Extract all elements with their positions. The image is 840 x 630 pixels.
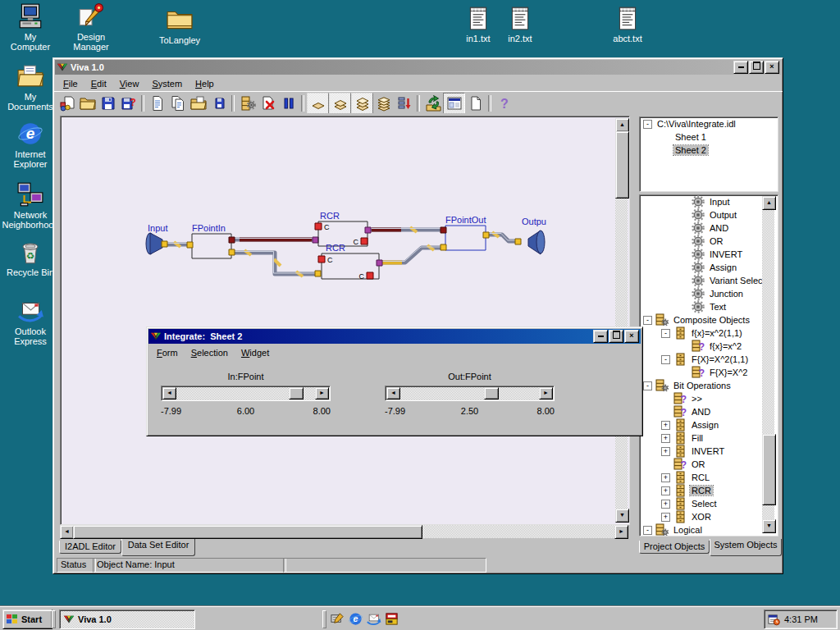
menu-view[interactable]: View [113, 77, 146, 90]
menu-form[interactable]: Form [150, 346, 185, 359]
tree-item-junction[interactable]: Junction [640, 287, 778, 300]
tree-item-label[interactable]: RCL [690, 472, 711, 482]
expand-toggle-icon[interactable]: - [643, 120, 652, 129]
expand-toggle-icon[interactable]: + [661, 434, 670, 443]
close-button[interactable]: × [624, 330, 639, 343]
tree-item-bit-operations[interactable]: -Bit Operations [640, 379, 778, 392]
tree-item-label[interactable]: OR [708, 236, 725, 246]
expand-toggle-icon[interactable]: - [661, 329, 670, 338]
tree-vertical-scrollbar[interactable]: ▲ ▼ [762, 196, 774, 533]
menu-help[interactable]: Help [189, 77, 221, 90]
compile-button[interactable] [237, 94, 258, 113]
tab-project-objects[interactable]: Project Objects [639, 541, 710, 554]
tree-item-label[interactable]: AND [690, 407, 712, 417]
canvas-vertical-scrollbar[interactable]: ▲ ▼ [615, 118, 628, 523]
expand-toggle-icon[interactable]: - [643, 316, 652, 325]
doc-plain-button[interactable] [465, 94, 486, 113]
tree-item-label[interactable]: AND [708, 223, 730, 233]
floppy-sm-button[interactable] [208, 94, 229, 113]
slider-left-button[interactable]: ◄ [162, 387, 176, 399]
desktop-icon-recycle-bin[interactable]: ♻ Recycle Bin [4, 238, 57, 277]
folder-doc-button[interactable] [188, 94, 208, 113]
close-button[interactable]: × [765, 61, 779, 74]
scroll-left-button[interactable]: ◄ [60, 525, 74, 539]
tree-item-fill[interactable]: +Fill [640, 431, 778, 445]
outlook-express-icon[interactable] [366, 611, 381, 627]
slider-left-button[interactable]: ◄ [386, 387, 400, 399]
scroll-up-button[interactable]: ▲ [615, 118, 629, 132]
tree-item-invert[interactable]: +INVERT [640, 445, 778, 458]
desktop-icon-tolangley[interactable]: ToLangley [153, 6, 206, 45]
desktop-icon-my-computer[interactable]: My Computer [4, 2, 57, 52]
tree-item-assign[interactable]: +Assign [640, 418, 778, 431]
tree-item-sheet-2[interactable]: Sheet 2 [640, 144, 778, 157]
tree-item-label[interactable]: Bit Operations [672, 381, 733, 390]
tree-item-xor[interactable]: +XOR [640, 510, 778, 523]
tree-item-label[interactable]: Junction [708, 289, 745, 299]
project-tree[interactable]: -C:\Viva\Integrate.idlSheet 1Sheet 2 [639, 116, 778, 192]
tree-item-sheet-1[interactable]: Sheet 1 [640, 130, 778, 144]
tree-item-label[interactable]: Text [708, 302, 728, 312]
desktop-icon-in2-txt[interactable]: in2.txt [498, 4, 542, 43]
task-button-viva[interactable]: Viva 1.0 [59, 609, 195, 629]
schematic-canvas[interactable]: Input FPointIn RCR RCR FPointOut Outpu C… [60, 116, 630, 525]
tree-item-text[interactable]: Text [640, 300, 778, 313]
tree-item-select[interactable]: +Select [640, 497, 778, 510]
taskbar-grip[interactable] [52, 610, 56, 628]
tree-item-and[interactable]: ?AND [640, 405, 778, 418]
layer4-button[interactable] [373, 94, 394, 113]
tree-item-[interactable]: ?>> [640, 392, 778, 405]
desktop-icon-in1-txt[interactable]: in1.txt [456, 4, 500, 43]
tree-item-rcr[interactable]: +RCR [640, 484, 778, 497]
show-desktop-icon[interactable] [330, 611, 345, 627]
scroll-down-button[interactable]: ▼ [615, 509, 629, 523]
layer3-button[interactable] [351, 93, 373, 114]
slider-right-button[interactable]: ► [315, 387, 329, 399]
minimize-button[interactable] [733, 61, 748, 74]
maximize-button[interactable] [749, 61, 764, 74]
tree-item-label[interactable]: Output [708, 210, 738, 220]
tree-item-label[interactable]: Fill [690, 433, 705, 443]
layer-list-button[interactable] [394, 94, 414, 113]
expand-toggle-icon[interactable]: + [661, 447, 670, 456]
tree-item-f-x-x-2[interactable]: ?f{x}=x^2 [640, 340, 778, 353]
tree-item-or[interactable]: ?OR [640, 458, 778, 471]
tree-item-label[interactable]: Input [708, 197, 731, 207]
tree-item-label[interactable]: OR [690, 459, 707, 469]
doc-new-button[interactable] [147, 94, 167, 113]
menu-file[interactable]: File [57, 77, 84, 90]
scroll-up-button[interactable]: ▲ [762, 196, 776, 210]
canvas-horizontal-scrollbar[interactable]: ◄ ► [60, 525, 628, 538]
tree-item-label[interactable]: Composite Objects [672, 315, 751, 325]
title-bar[interactable]: Integrate: Sheet 2 × [148, 329, 641, 344]
tab-i2adl-editor[interactable]: I2ADL Editor [59, 541, 121, 554]
tree-item-invert[interactable]: INVERT [640, 248, 778, 261]
floppy-button[interactable] [98, 94, 118, 113]
desktop-icon-internet-explorer[interactable]: e Internet Explorer [4, 120, 57, 169]
tree-item-input[interactable]: Input [640, 195, 778, 208]
out-fpoint-slider[interactable]: ◄ ► [385, 386, 555, 401]
tree-item-assign[interactable]: Assign [640, 261, 778, 274]
slider-right-button[interactable]: ► [539, 387, 553, 399]
vertical-scroll-thumb[interactable] [615, 131, 629, 199]
layer2-button[interactable] [329, 93, 351, 114]
desktop-icon-design-manager[interactable]: Design Manager [65, 2, 117, 52]
horizontal-scroll-thumb[interactable] [73, 525, 422, 539]
floppy-q-button[interactable]: ? [118, 94, 139, 113]
menu-edit[interactable]: Edit [84, 77, 113, 90]
open-folder-button[interactable] [77, 94, 98, 113]
scroll-right-button[interactable]: ► [614, 525, 628, 539]
tree-item-output[interactable]: Output [640, 208, 778, 221]
scroll-down-button[interactable]: ▼ [762, 519, 776, 533]
stop-doc-button[interactable] [258, 94, 278, 113]
expand-toggle-icon[interactable]: - [643, 526, 652, 535]
expand-toggle-icon[interactable]: - [661, 355, 670, 364]
pause-button[interactable] [278, 94, 299, 113]
internet-explorer-icon[interactable]: e [348, 611, 363, 627]
tree-item-f-x-x-2-1-1[interactable]: -f{x}=x^2(1,1) [640, 326, 778, 340]
tree-item-label[interactable]: f{x}=x^2(1,1) [690, 328, 744, 338]
help-button[interactable]: ? [494, 94, 514, 113]
tree-item-label[interactable]: F{X}=X^2 [708, 368, 749, 377]
window-view-button[interactable] [443, 93, 465, 114]
tree-item-label[interactable]: Sheet 1 [673, 132, 708, 142]
